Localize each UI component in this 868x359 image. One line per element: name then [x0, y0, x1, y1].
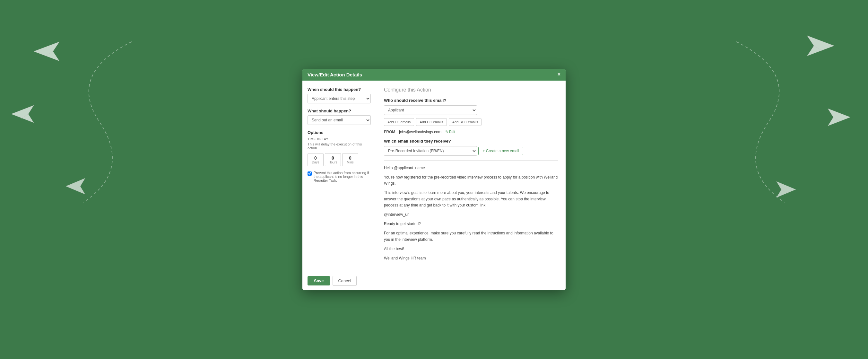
what-label: What should happen? [308, 109, 371, 113]
which-email-label: Which email should they receive? [384, 139, 558, 144]
save-button[interactable]: Save [308, 276, 330, 286]
from-row: FROM jobs@wellandwings.com ✎ Edit [384, 130, 558, 134]
email-line5: For an optimal experience, make sure you… [384, 230, 558, 242]
email-line7: Welland Wings HR team [384, 255, 558, 261]
time-delay-label: TIME DELAY [308, 138, 371, 141]
time-delay-inputs: 0 Days 0 Hours 0 Mins [308, 153, 371, 166]
modal-close-button[interactable]: × [558, 72, 560, 77]
email-greeting: Hello @applicant_name [384, 165, 558, 171]
when-label: When should this happen? [308, 87, 371, 92]
email-line3: @interview_url [384, 212, 558, 218]
svg-marker-0 [34, 42, 59, 61]
prevent-action-checkbox[interactable] [308, 172, 312, 176]
add-to-emails-button[interactable]: Add TO emails [384, 118, 414, 126]
what-field-group: What should happen? Send out an email [308, 109, 371, 125]
from-email: jobs@wellandwings.com [399, 130, 441, 134]
hours-value: 0 [332, 155, 334, 160]
modal-title: View/Edit Action Details [308, 72, 362, 78]
config-title: Configure this Action [384, 87, 558, 93]
paper-airplane-4 [805, 32, 836, 59]
mins-input[interactable]: 0 Mins [342, 153, 358, 166]
days-input[interactable]: 0 Days [308, 153, 323, 166]
options-group: Options TIME DELAY This will delay the e… [308, 130, 371, 182]
paper-airplane-1 [32, 38, 61, 64]
options-heading: Options [308, 130, 371, 135]
email-line6: All the best! [384, 246, 558, 252]
divider [384, 160, 558, 160]
svg-marker-6 [66, 178, 85, 194]
svg-marker-15 [776, 181, 796, 198]
paper-airplane-2 [10, 103, 35, 125]
mins-value: 0 [349, 155, 351, 160]
email-line1: You're now registered for the pre-record… [384, 174, 558, 186]
mins-unit: Mins [347, 160, 353, 164]
svg-marker-9 [807, 36, 834, 56]
edit-from-button[interactable]: ✎ Edit [445, 130, 455, 134]
email-line2: This interview's goal is to learn more a… [384, 190, 558, 208]
email-template-select[interactable]: Pre-Recorded Invitation (FR/EN) [384, 146, 477, 156]
who-label: Who should receive this email? [384, 98, 558, 103]
prevent-action-checkbox-row[interactable]: Prevent this action from occurring if th… [308, 171, 371, 182]
add-cc-emails-button[interactable]: Add CC emails [416, 118, 446, 126]
svg-marker-12 [828, 109, 850, 126]
email-buttons-group: Add TO emails Add CC emails Add BCC emai… [384, 118, 558, 126]
svg-marker-3 [11, 105, 34, 123]
right-panel: Configure this Action Who should receive… [376, 81, 566, 271]
cancel-button[interactable]: Cancel [333, 276, 356, 286]
left-panel: When should this happen? Applicant enter… [302, 81, 376, 271]
add-bcc-emails-button[interactable]: Add BCC emails [449, 118, 482, 126]
hours-unit: Hours [329, 160, 337, 164]
modal-body: When should this happen? Applicant enter… [302, 81, 566, 271]
modal-header: View/Edit Action Details × [302, 69, 566, 81]
prevent-action-label: Prevent this action from occurring if th… [314, 171, 371, 182]
recipient-select[interactable]: Applicant [384, 105, 477, 115]
days-value: 0 [314, 155, 317, 160]
when-field-group: When should this happen? Applicant enter… [308, 87, 371, 103]
email-line4: Ready to get started? [384, 221, 558, 227]
modal: View/Edit Action Details × When should t… [302, 69, 566, 290]
hours-input[interactable]: 0 Hours [325, 153, 341, 166]
paper-airplane-6 [775, 180, 797, 199]
from-label: FROM [384, 130, 395, 134]
when-select[interactable]: Applicant enters this step [308, 94, 371, 103]
modal-footer: Save Cancel [302, 271, 566, 290]
email-preview: Hello @applicant_name You're now registe… [384, 165, 558, 261]
paper-airplane-3 [64, 177, 87, 196]
days-unit: Days [312, 160, 319, 164]
what-select[interactable]: Send out an email [308, 115, 371, 125]
create-new-email-button[interactable]: + Create a new email [478, 147, 523, 155]
time-delay-desc: This will delay the execution of this ac… [308, 142, 371, 150]
paper-airplane-5 [826, 106, 852, 128]
